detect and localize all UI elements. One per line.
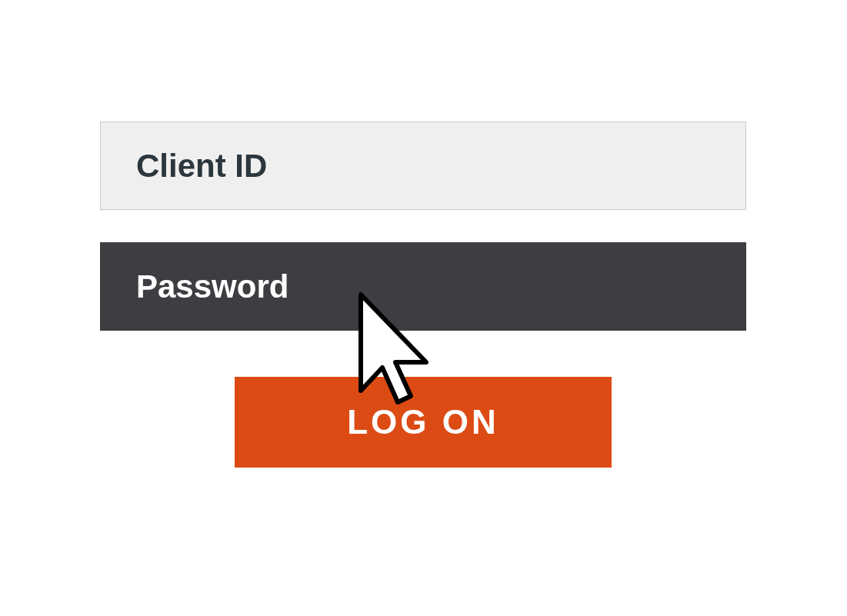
client-id-input[interactable]	[100, 122, 746, 210]
login-form: LOG ON	[100, 122, 746, 468]
password-input[interactable]	[100, 242, 746, 331]
button-container: LOG ON	[100, 377, 746, 468]
log-on-button[interactable]: LOG ON	[235, 377, 612, 468]
